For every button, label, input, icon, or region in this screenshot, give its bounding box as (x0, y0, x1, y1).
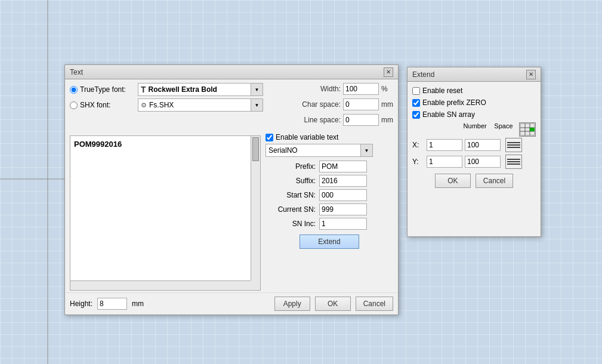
text-dialog: Text ✕ TrueType font: T Rockwell Extra B… (64, 64, 399, 315)
x-space-input[interactable] (465, 139, 501, 151)
enable-variable-checkbox[interactable] (266, 134, 273, 141)
width-label: Width: (293, 85, 341, 93)
charspace-input[interactable] (343, 98, 379, 110)
shx-font-row: SHX font: ⚙ Fs.SHX ▼ (70, 98, 281, 112)
text-edit-panel: POM9992016 (70, 133, 261, 314)
shx-radio-label[interactable]: SHX font: (70, 101, 135, 109)
enable-prefix-zero-label: Enable prefix ZERO (422, 98, 486, 107)
text-dialog-titlebar: Text ✕ (65, 65, 398, 79)
svg-rect-10 (530, 128, 535, 131)
extend-dialog-close[interactable]: ✕ (526, 70, 536, 79)
y-label: Y: (412, 158, 424, 166)
shx-font-icon: ⚙ (141, 101, 147, 109)
prefix-label: Prefix: (266, 162, 319, 171)
linespace-unit: mm (381, 116, 393, 124)
bottom-bar: Height: mm Apply OK Cancel (65, 292, 398, 314)
scroll-corner (251, 280, 260, 290)
suffix-label: Suffix: (266, 177, 319, 185)
enable-sn-array-row: Enable SN array (412, 110, 536, 119)
prefix-input[interactable] (319, 161, 367, 172)
extend-dialog: Extend ✕ Enable reset Enable prefix ZERO… (407, 67, 541, 237)
shx-font-dropdown[interactable]: ⚙ Fs.SHX ▼ (138, 98, 263, 112)
enable-sn-array-label: Enable SN array (422, 110, 475, 119)
x-row: X: (412, 138, 536, 152)
suffix-row: Suffix: (266, 175, 393, 187)
text-area-container: POM9992016 (70, 135, 261, 291)
width-unit: % (381, 85, 393, 93)
grid-icon (519, 122, 536, 137)
enable-prefix-zero-checkbox[interactable] (412, 99, 420, 107)
truetype-font-icon: T (141, 85, 146, 94)
variable-panel: Enable variable text SerialNO ▼ Prefix: … (266, 133, 393, 314)
enable-variable-row: Enable variable text (266, 133, 393, 141)
charspace-label: Char space: (293, 100, 341, 109)
extend-ok-button[interactable]: OK (435, 174, 471, 188)
text-dialog-title: Text (70, 68, 83, 76)
extend-cancel-button[interactable]: Cancel (476, 174, 513, 188)
startsn-row: Start SN: (266, 189, 393, 201)
cancel-button[interactable]: Cancel (356, 297, 393, 311)
text-dialog-close[interactable]: ✕ (384, 67, 393, 77)
enable-reset-label: Enable reset (422, 87, 462, 95)
y-space-input[interactable] (465, 156, 501, 168)
extend-btn-row: OK Cancel (412, 174, 536, 188)
truetype-radio-label[interactable]: TrueType font: (70, 85, 135, 94)
charspace-unit: mm (381, 100, 393, 109)
y-row: Y: (412, 155, 536, 169)
x-label: X: (412, 141, 424, 149)
enable-sn-array-checkbox[interactable] (412, 111, 420, 119)
text-content[interactable]: POM9992016 (70, 136, 260, 152)
currentsn-input[interactable] (319, 203, 367, 215)
linespace-label: Line space: (293, 116, 341, 124)
height-label: Height: (70, 300, 92, 308)
truetype-font-row: TrueType font: T Rockwell Extra Bold ▼ (70, 83, 281, 96)
y-number-input[interactable] (427, 156, 462, 168)
currentsn-label: Current SN: (266, 205, 319, 214)
shx-radio[interactable] (70, 101, 78, 109)
serialno-arrow[interactable]: ▼ (360, 144, 372, 156)
enable-prefix-zero-row: Enable prefix ZERO (412, 98, 536, 107)
sninc-row: SN Inc: (266, 218, 393, 230)
v-scroll-thumb[interactable] (252, 137, 259, 161)
extend-button[interactable]: Extend (300, 235, 359, 249)
truetype-radio[interactable] (70, 86, 78, 94)
space-header: Space (490, 122, 517, 137)
serialno-value: SerialNO (268, 146, 298, 155)
suffix-input[interactable] (319, 175, 367, 187)
ok-button[interactable]: OK (315, 297, 351, 311)
list-icon-x (505, 138, 522, 152)
truetype-dropdown-arrow[interactable]: ▼ (251, 84, 263, 95)
prefix-row: Prefix: (266, 161, 393, 172)
number-header: Number (459, 122, 490, 137)
startsn-label: Start SN: (266, 191, 319, 199)
vertical-scrollbar[interactable] (251, 136, 260, 280)
currentsn-row: Current SN: (266, 203, 393, 215)
enable-variable-label: Enable variable text (276, 133, 338, 141)
apply-button[interactable]: Apply (274, 297, 310, 311)
height-unit: mm (132, 300, 144, 308)
horizontal-scrollbar[interactable] (70, 280, 251, 290)
extend-dialog-title: Extend (412, 70, 434, 79)
right-fields: Width: % Char space: mm Line space: mm (293, 83, 393, 129)
enable-reset-row: Enable reset (412, 87, 536, 95)
shx-dropdown-arrow[interactable]: ▼ (251, 99, 263, 111)
truetype-font-value: Rockwell Extra Bold (149, 85, 217, 94)
sninc-input[interactable] (319, 218, 367, 230)
list-icon-y (505, 155, 522, 169)
startsn-input[interactable] (319, 189, 367, 201)
sninc-label: SN Inc: (266, 220, 319, 228)
height-input[interactable] (97, 298, 127, 310)
x-number-input[interactable] (427, 139, 462, 151)
serialno-dropdown[interactable]: SerialNO ▼ (266, 144, 373, 157)
enable-reset-checkbox[interactable] (412, 87, 420, 95)
width-input[interactable] (343, 83, 379, 95)
linespace-input[interactable] (343, 114, 379, 126)
shx-font-value: Fs.SHX (149, 101, 174, 109)
extend-dialog-titlebar: Extend ✕ (407, 67, 541, 82)
truetype-font-dropdown[interactable]: T Rockwell Extra Bold ▼ (138, 83, 263, 96)
